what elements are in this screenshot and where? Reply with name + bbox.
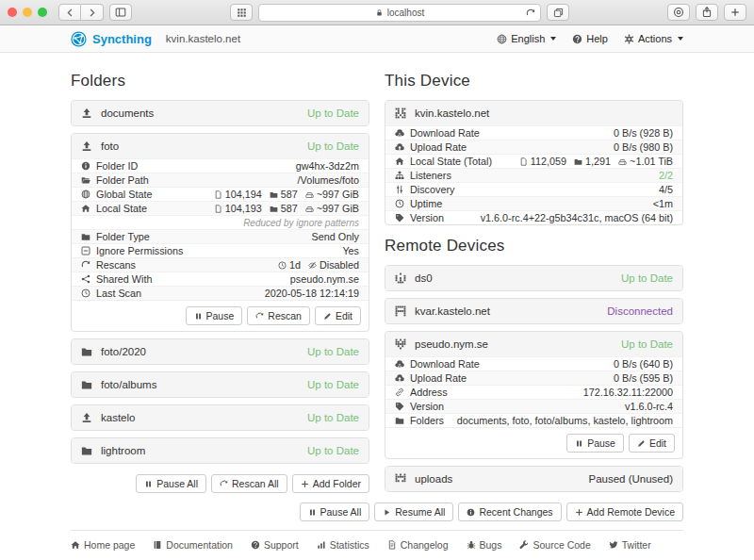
brand-home-link[interactable]: Syncthing — [71, 31, 152, 47]
footer-link-home-page[interactable]: Home page — [71, 539, 135, 551]
cloud-upload-icon — [395, 142, 404, 152]
folder-rescan-button[interactable]: Rescan — [247, 306, 310, 325]
language-menu[interactable]: English — [497, 33, 556, 44]
file-icon — [214, 205, 222, 213]
row-value-text: Yes — [342, 245, 359, 256]
privacy-report-button[interactable] — [667, 4, 690, 21]
device-panel-header[interactable]: uploadsPaused (Unused) — [385, 467, 682, 491]
row-label: Download Rate — [395, 127, 480, 139]
status-badge: Up to Date — [307, 346, 359, 357]
this-device-title: This Device — [385, 72, 683, 91]
refresh-icon — [81, 260, 90, 270]
device-identicon — [395, 305, 406, 317]
device-identicon — [395, 338, 406, 350]
privacy-icon — [673, 7, 684, 18]
detail-row: Discovery4/5 — [385, 182, 682, 196]
folder-panel-header[interactable]: fotoUp to Date — [72, 134, 369, 158]
folder-icon — [81, 445, 92, 456]
footer-link-documentation[interactable]: Documentation — [153, 539, 233, 551]
value-part: 104,194 — [214, 189, 262, 200]
device-panel-header[interactable]: pseudo.nym.seUp to Date — [385, 332, 682, 356]
back-button[interactable] — [58, 4, 81, 21]
upload-icon — [81, 140, 92, 152]
folders-add-folder-button[interactable]: Add Folder — [292, 474, 369, 493]
row-label: Folder ID — [81, 160, 138, 172]
device-identicon — [395, 473, 406, 485]
device-edit-button[interactable]: Edit — [629, 434, 675, 453]
folder-edit-button[interactable]: Edit — [315, 306, 361, 325]
plus-icon — [575, 508, 583, 517]
value-part: ~1.01 TiB — [618, 156, 673, 167]
footer-link-changelog[interactable]: Changelog — [387, 539, 449, 551]
value-part: ~997 GiB — [305, 203, 359, 214]
book-icon — [153, 540, 162, 550]
value-part: 1d — [278, 259, 301, 271]
folder-panel-header[interactable]: documentsUp to Date — [72, 101, 369, 125]
folder-pause-button[interactable]: Pause — [186, 306, 243, 325]
device-panel: pseudo.nym.seUp to DateDownload Rate0 B/… — [385, 331, 683, 459]
lock-icon — [375, 8, 384, 17]
devices-resume-all-button[interactable]: Resume All — [374, 502, 453, 521]
value-part: 1,291 — [574, 156, 611, 167]
show-tabs-button[interactable] — [547, 4, 569, 21]
folders-rescan-all-button[interactable]: Rescan All — [211, 474, 287, 493]
link-icon — [395, 387, 404, 397]
tab-overview-button[interactable] — [230, 4, 253, 21]
window-zoom-button[interactable] — [38, 8, 47, 17]
row-label: Folder Type — [81, 231, 150, 242]
status-badge: Up to Date — [307, 379, 359, 390]
folder-panel-header[interactable]: kasteloUp to Date — [72, 405, 369, 430]
device-pause-button[interactable]: Pause — [566, 434, 624, 453]
detail-row: Listeners2/2 — [385, 168, 682, 182]
address-bar[interactable]: localhost — [258, 4, 541, 22]
footer-link-twitter[interactable]: Twitter — [609, 539, 651, 551]
pause-icon — [308, 508, 317, 517]
folder-panel-header[interactable]: lightroomUp to Date — [72, 438, 369, 463]
this-device-panel-header[interactable]: kvin.kastelo.net — [385, 101, 682, 125]
footer-link-support[interactable]: Support — [251, 539, 299, 551]
row-label: Upload Rate — [395, 141, 467, 153]
folder-panel-header[interactable]: foto/2020Up to Date — [72, 339, 369, 364]
hdd-icon — [305, 205, 314, 213]
footer-link-statistics[interactable]: Statistics — [317, 539, 369, 551]
window-minimize-button[interactable] — [23, 8, 32, 17]
folder-panel: foto/albumsUp to Date — [71, 371, 369, 398]
value-part: 587 — [270, 203, 298, 214]
devices-pause-all-button[interactable]: Pause All — [300, 502, 370, 521]
folder-name: kastelo — [101, 412, 135, 423]
device-panel-header[interactable]: ds0Up to Date — [385, 266, 682, 290]
reload-button[interactable] — [526, 8, 535, 18]
sitemap-icon — [395, 171, 404, 180]
folder-panel: documentsUp to Date — [71, 100, 369, 126]
devices-add-remote-device-button[interactable]: Add Remote Device — [566, 502, 683, 521]
new-tab-button[interactable] — [724, 4, 746, 21]
folder-panel-header[interactable]: foto/albumsUp to Date — [72, 372, 369, 397]
folder-icon — [81, 232, 90, 241]
row-value-text: gw4hx-3dz2m — [296, 160, 359, 172]
detail-row: Versionv1.6.0-rc.4 — [385, 399, 682, 413]
help-menu[interactable]: Help — [572, 33, 608, 44]
syncthing-logo — [71, 31, 87, 47]
sidebar-button[interactable] — [109, 4, 132, 21]
tabs-icon — [553, 8, 564, 18]
row-value: 0 B/s (595 B) — [614, 372, 673, 384]
footer-link-source-code[interactable]: Source Code — [519, 539, 590, 551]
devices-recent-changes-button[interactable]: Recent Changes — [458, 502, 561, 521]
actions-menu[interactable]: Actions — [624, 33, 683, 44]
share-button[interactable] — [696, 4, 718, 21]
clock-icon — [395, 199, 404, 208]
window-close-button[interactable] — [8, 8, 17, 17]
device-panel-header[interactable]: kvar.kastelo.netDisconnected — [385, 299, 682, 323]
chevron-down-icon — [550, 37, 556, 41]
footer-link-bugs[interactable]: Bugs — [467, 539, 502, 551]
detail-row: Download Rate0 B/s (928 B) — [385, 125, 682, 140]
row-value-text: 0 B/s (980 B) — [614, 141, 673, 153]
tag-icon — [395, 402, 404, 411]
forward-button[interactable] — [81, 4, 104, 21]
folder-icon — [270, 205, 278, 213]
share-icon — [81, 274, 90, 284]
folders-pause-all-button[interactable]: Pause All — [136, 474, 206, 493]
row-value-text: documents, foto, foto/albums, kastelo, l… — [457, 415, 673, 426]
row-value: /Volumes/foto — [298, 174, 359, 186]
detail-row: Local State (Total)112,0591,291~1.01 TiB — [385, 154, 682, 168]
